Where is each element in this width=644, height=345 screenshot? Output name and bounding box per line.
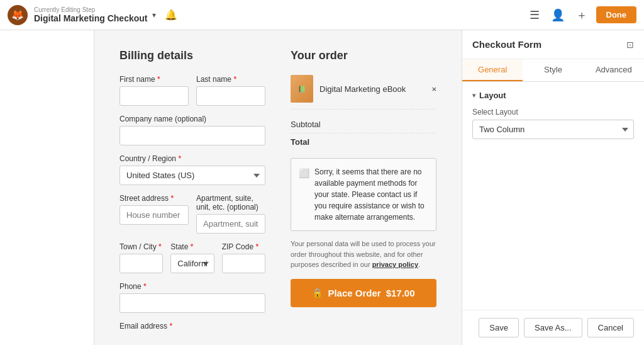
panel-footer: Save Save As... Cancel — [462, 310, 644, 345]
first-name-input[interactable] — [119, 86, 189, 106]
done-button[interactable]: Done — [596, 6, 637, 23]
panel-title: Checkout Form — [472, 39, 541, 50]
first-name-label: First name * — [119, 75, 189, 84]
country-row: Country / Region * United States (US) — [119, 154, 265, 185]
apt-group: Apartment, suite, unit, etc. (optional) — [196, 194, 265, 234]
panel-close-button[interactable]: ⊡ — [626, 40, 634, 50]
topbar-right: ☰ 👤 ＋ Done — [527, 5, 637, 25]
app-title: Digital Marketing Checkout — [34, 13, 147, 23]
company-row: Company name (optional) — [119, 115, 265, 145]
order-total-row: Total — [291, 133, 436, 150]
layout-select[interactable]: Two Column One Column Stacked — [472, 120, 634, 139]
email-row: Email address * — [119, 322, 265, 333]
warning-icon: ⬜ — [299, 167, 309, 180]
tab-advanced[interactable]: Advanced — [584, 59, 644, 81]
zip-group: ZIP Code * — [222, 242, 265, 273]
personal-data-note: Your personal data will be used to proce… — [291, 239, 436, 270]
order-product-row: 📗 Digital Marketing eBook × — [291, 75, 436, 110]
phone-group: Phone * — [119, 282, 265, 313]
bell-icon[interactable]: 🔔 — [165, 9, 177, 21]
place-order-label: Place Order — [328, 288, 380, 298]
panel-body: ▾ Layout Select Layout Two Column One Co… — [462, 82, 644, 310]
billing-section-title: Billing details — [119, 49, 265, 62]
street-row: Street address * Apartment, suite, unit,… — [119, 194, 265, 234]
state-group: State * California — [170, 242, 214, 273]
zip-input[interactable] — [222, 254, 265, 273]
content-area: Billing details First name * Last name * — [94, 30, 462, 345]
street-input[interactable] — [119, 205, 189, 225]
zip-label: ZIP Code * — [222, 242, 265, 251]
email-group: Email address * — [119, 322, 265, 333]
panel-tabs: General Style Advanced — [462, 59, 644, 82]
city-state-zip-row: Town / City * State * California — [119, 242, 265, 273]
topbar: 🦊 Currently Editing Step Digital Marketi… — [0, 0, 644, 30]
phone-row: Phone * — [119, 282, 265, 313]
tab-style[interactable]: Style — [523, 59, 583, 81]
select-layout-label: Select Layout — [472, 108, 634, 116]
company-input[interactable] — [119, 126, 265, 145]
cancel-button[interactable]: Cancel — [587, 318, 634, 337]
subtotal-label: Subtotal — [291, 120, 321, 129]
add-icon-button[interactable]: ＋ — [574, 5, 590, 25]
checkout-grid: Billing details First name * Last name * — [119, 49, 436, 342]
topbar-chevron-icon[interactable]: ▾ — [152, 11, 156, 20]
main-layout: Billing details First name * Last name * — [0, 30, 644, 345]
layout-section-header[interactable]: ▾ Layout — [472, 91, 634, 100]
state-select[interactable]: California — [170, 254, 214, 273]
privacy-policy-link[interactable]: privacy policy — [372, 261, 418, 268]
phone-label: Phone * — [119, 282, 265, 291]
tab-general[interactable]: General — [462, 59, 523, 81]
product-name: Digital Marketing eBook — [319, 84, 425, 94]
city-input[interactable] — [119, 254, 163, 273]
last-name-label: Last name * — [196, 75, 265, 84]
user-icon-button[interactable]: 👤 — [548, 6, 567, 25]
name-row: First name * Last name * — [119, 75, 265, 106]
country-select[interactable]: United States (US) — [119, 166, 265, 185]
last-name-group: Last name * — [196, 75, 265, 106]
state-label: State * — [170, 242, 214, 251]
order-section-title: Your order — [291, 49, 436, 62]
country-label: Country / Region * — [119, 154, 265, 163]
save-button[interactable]: Save — [479, 318, 519, 337]
panel-header: Checkout Form ⊡ — [462, 30, 644, 59]
email-label: Email address * — [119, 322, 265, 331]
last-name-input[interactable] — [196, 86, 265, 106]
order-column: Your order 📗 Digital Marketing eBook × S… — [291, 49, 436, 342]
topbar-title-wrap: Currently Editing Step Digital Marketing… — [34, 6, 147, 23]
street-group: Street address * — [119, 194, 189, 234]
menu-icon-button[interactable]: ☰ — [527, 6, 542, 25]
street-label: Street address * — [119, 194, 189, 203]
save-as-button[interactable]: Save As... — [524, 318, 582, 337]
apt-input[interactable] — [196, 214, 265, 234]
product-image: 📗 — [291, 75, 313, 103]
company-group: Company name (optional) — [119, 115, 265, 145]
warning-box: ⬜ Sorry, it seems that there are no avai… — [291, 158, 436, 231]
left-sidebar — [0, 30, 94, 345]
company-label: Company name (optional) — [119, 115, 265, 123]
total-label: Total — [291, 137, 309, 147]
chevron-down-icon: ▾ — [472, 92, 475, 99]
order-subtotal-row: Subtotal — [291, 116, 436, 133]
app-logo: 🦊 — [8, 5, 28, 25]
right-panel: Checkout Form ⊡ General Style Advanced ▾… — [462, 30, 644, 345]
place-order-button[interactable]: 🔒 Place Order $17.00 — [291, 279, 436, 307]
product-price: × — [431, 84, 436, 94]
country-group: Country / Region * United States (US) — [119, 154, 265, 185]
first-name-group: First name * — [119, 75, 189, 106]
apt-label: Apartment, suite, unit, etc. (optional) — [196, 194, 265, 212]
lock-icon: 🔒 — [312, 288, 323, 298]
billing-column: Billing details First name * Last name * — [119, 49, 265, 342]
city-label: Town / City * — [119, 242, 163, 251]
layout-section-label: Layout — [479, 91, 506, 100]
city-group: Town / City * — [119, 242, 163, 273]
phone-input[interactable] — [119, 293, 265, 313]
editing-step-label: Currently Editing Step — [34, 6, 147, 13]
warning-text: Sorry, it seems that there are no availa… — [314, 166, 428, 223]
place-order-price: $17.00 — [386, 288, 415, 298]
